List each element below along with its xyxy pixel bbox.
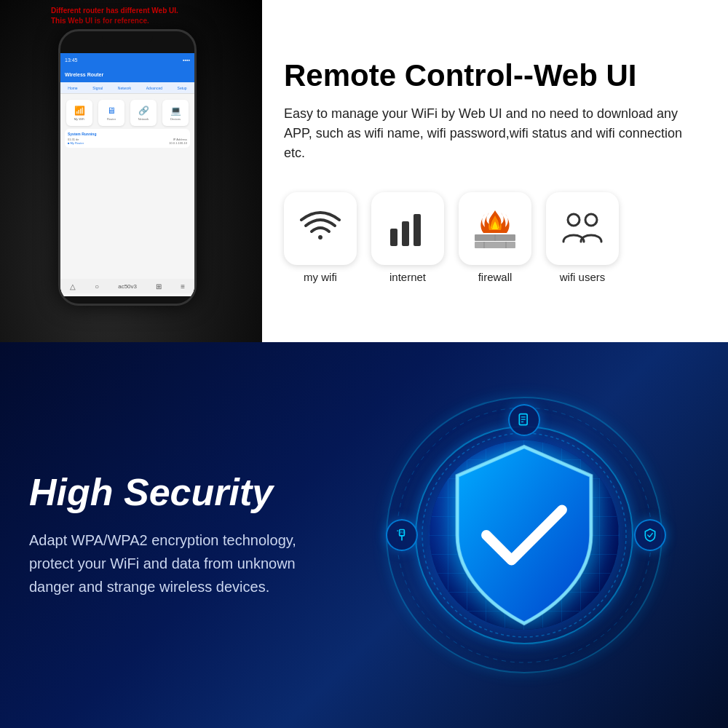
svg-rect-1	[402, 221, 409, 246]
top-section: Different router has different Web UI. T…	[0, 0, 728, 342]
phone-nav-header: Wireless Router	[60, 66, 194, 82]
wifi-icon	[298, 207, 342, 250]
phone-screen: 13:45 ▪▪▪▪ Wireless Router Home Signal N…	[60, 53, 194, 296]
features-row: my wifi internet	[284, 192, 706, 283]
shield-icon-large	[430, 440, 619, 630]
wifiusers-icon-box	[546, 192, 619, 265]
phone-notch	[102, 31, 153, 44]
phone-content: 📶 My WiFi 🖥 Router 🔗 Network 💻	[60, 94, 194, 296]
phone-network-icon: 🔗 Network	[130, 100, 157, 126]
firewall-label: firewall	[478, 271, 513, 283]
security-title: High Security	[29, 472, 298, 513]
feature-wifiusers: wifi users	[546, 192, 619, 283]
svg-rect-0	[390, 229, 397, 246]
orbit-icon-shield-small	[634, 519, 666, 551]
internet-icon-box	[371, 192, 444, 265]
internet-label: internet	[389, 271, 426, 283]
page-title: Remote Control--Web UI	[284, 59, 706, 92]
svg-text:PIN: PIN	[400, 531, 405, 534]
feature-internet: internet	[371, 192, 444, 283]
description: Easy to manage your WiFi by Web UI and n…	[284, 104, 706, 163]
globe-sphere	[430, 440, 619, 630]
orbit-icon-pin: PIN	[386, 519, 418, 551]
firewall-icon	[473, 207, 517, 250]
reference-text: Different router has different Web UI. T…	[51, 6, 178, 26]
phone-icon-row: 📶 My WiFi 🖥 Router 🔗 Network 💻	[63, 100, 191, 126]
orbit-icon-document	[508, 404, 540, 436]
bars-icon	[386, 207, 430, 250]
feature-mywifi: my wifi	[284, 192, 357, 283]
phone-router-icon: 🖥 Router	[98, 100, 124, 126]
svg-point-8	[568, 214, 579, 226]
phone-wifi-icon: 📶 My WiFi	[66, 100, 92, 126]
mywifi-icon-box	[284, 192, 357, 265]
bottom-section: High Security Adapt WPA/WPA2 encryption …	[0, 342, 728, 728]
phone-info-box: System Running 01:31 de IP Address ■ My …	[65, 129, 190, 148]
security-visual: PIN	[320, 353, 728, 717]
users-icon	[561, 207, 604, 250]
document-icon	[517, 413, 531, 427]
phone-bottom-bar: △ ○ ac50v3 ⊞ ≡	[60, 279, 194, 293]
svg-rect-2	[414, 214, 421, 246]
phone-tab-bar: Home Signal Network Advanced Setup	[60, 82, 194, 94]
feature-firewall: firewall	[459, 192, 531, 283]
shield-small-icon	[643, 528, 657, 542]
right-content: Remote Control--Web UI Easy to manage yo…	[269, 44, 728, 298]
globe-container: PIN	[379, 389, 670, 681]
bottom-left: High Security Adapt WPA/WPA2 encryption …	[0, 428, 328, 641]
wifiusers-label: wifi users	[560, 271, 606, 283]
svg-rect-4	[475, 242, 515, 248]
svg-point-9	[585, 214, 597, 226]
security-description: Adapt WPA/WPA2 encryption technology, pr…	[29, 529, 298, 598]
phone-mockup: 13:45 ▪▪▪▪ Wireless Router Home Signal N…	[58, 29, 197, 306]
phone-status-bar: 13:45 ▪▪▪▪	[60, 53, 194, 66]
phone-device-icon: 💻 Devices	[162, 100, 189, 126]
phone-area: Different router has different Web UI. T…	[0, 0, 269, 342]
mywifi-label: my wifi	[304, 271, 337, 283]
firewall-icon-box	[459, 192, 531, 265]
pin-icon: PIN	[395, 528, 409, 542]
